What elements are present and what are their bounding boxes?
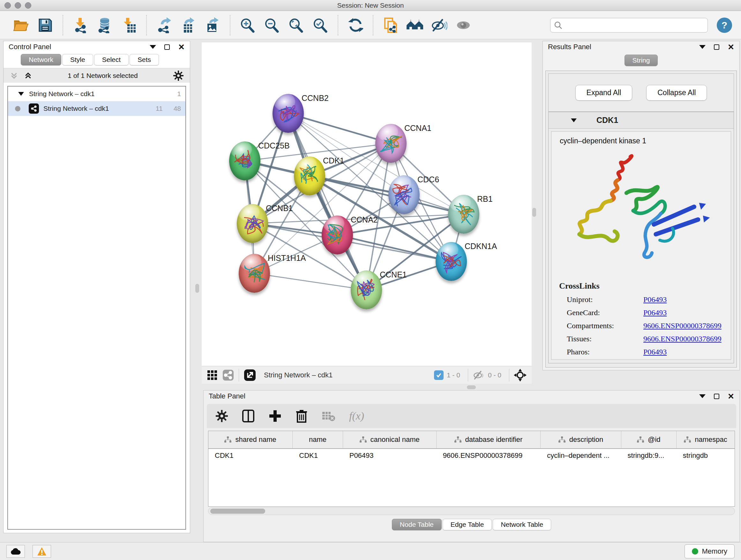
panel-menu-icon[interactable]	[699, 394, 705, 398]
tab-string[interactable]: String	[624, 55, 658, 66]
cloud-status-button[interactable]	[6, 545, 25, 558]
crosslink-link[interactable]: P06493	[643, 295, 667, 304]
expand-all-icon[interactable]	[24, 71, 32, 80]
splitter-handle[interactable]	[467, 385, 476, 389]
grid-view-icon[interactable]	[207, 370, 218, 381]
import-table-icon[interactable]	[120, 16, 138, 34]
network-collection-row[interactable]: String Network – cdk1 1	[8, 86, 185, 101]
close-panel-icon[interactable]: ✕	[728, 44, 734, 50]
node-result-header[interactable]: CDK1	[549, 112, 734, 129]
close-panel-icon[interactable]: ✕	[728, 393, 734, 399]
collapse-all-button[interactable]: Collapse All	[646, 85, 707, 101]
close-panel-icon[interactable]: ✕	[178, 44, 185, 50]
scrollbar-thumb[interactable]	[210, 509, 265, 514]
table-hscrollbar[interactable]	[208, 507, 735, 515]
column-header[interactable]: canonical name	[343, 431, 436, 448]
float-panel-icon[interactable]	[164, 44, 170, 50]
zoom-selected-icon[interactable]	[312, 16, 329, 34]
panel-menu-icon[interactable]	[150, 45, 156, 49]
gear-icon[interactable]	[173, 71, 184, 81]
function-builder-icon[interactable]: f(x)	[349, 410, 364, 422]
crosslink-link[interactable]: P06493	[643, 348, 667, 356]
import-network-icon[interactable]	[71, 16, 89, 34]
cell-database-identifier[interactable]: 9606.ENSP00000378699	[436, 449, 541, 463]
network-canvas[interactable]	[202, 43, 532, 366]
zoom-out-icon[interactable]	[263, 16, 281, 34]
column-header[interactable]: shared name	[208, 431, 293, 448]
network-node-CDC6[interactable]	[388, 175, 420, 214]
network-list-icon[interactable]	[222, 369, 234, 381]
disclosure-triangle-icon[interactable]	[18, 92, 24, 96]
hidden-eye-icon[interactable]	[473, 370, 485, 380]
node-table[interactable]: shared name name canonical name database…	[208, 431, 735, 507]
cell-canonical-name[interactable]: P06493	[343, 449, 436, 463]
network-node-CDKN1A[interactable]	[435, 242, 467, 281]
column-header[interactable]: description	[541, 431, 621, 448]
network-node-HIST1H1A[interactable]	[239, 254, 270, 293]
memory-button[interactable]: Memory	[684, 544, 735, 558]
tab-network[interactable]: Network	[21, 54, 61, 65]
help-button[interactable]: ?	[717, 17, 732, 33]
splitter-handle[interactable]	[195, 284, 199, 293]
network-row[interactable]: String Network – cdk1 11 48	[8, 101, 185, 116]
network-node-CCNE1[interactable]	[351, 270, 382, 309]
network-node-CDK1[interactable]	[294, 157, 325, 195]
column-header[interactable]: @id	[621, 431, 677, 448]
tab-node-table[interactable]: Node Table	[392, 519, 442, 530]
selected-checkbox-icon[interactable]	[434, 370, 444, 380]
tab-edge-table[interactable]: Edge Table	[443, 519, 492, 530]
network-node-RB1[interactable]	[448, 195, 479, 234]
table-settings-gear-icon[interactable]	[216, 410, 228, 422]
export-image-icon[interactable]	[204, 16, 221, 34]
network-node-CCNA1[interactable]	[375, 124, 407, 163]
network-node-CDC25B[interactable]	[229, 141, 260, 180]
cell-id[interactable]: stringdb:9...	[621, 449, 677, 463]
float-panel-icon[interactable]	[714, 44, 719, 50]
search-input[interactable]	[562, 21, 704, 29]
collapse-all-icon[interactable]	[10, 71, 18, 80]
tab-select[interactable]: Select	[94, 54, 129, 65]
cell-namespace[interactable]: stringdb	[677, 449, 735, 463]
delete-table-icon[interactable]	[322, 411, 335, 422]
crosslink-link[interactable]: 9606.ENSP00000378699	[643, 321, 722, 330]
zoom-fit-icon[interactable]	[287, 16, 305, 34]
disclosure-triangle-icon[interactable]	[571, 118, 577, 122]
cell-description[interactable]: cyclin–dependent ...	[541, 449, 621, 463]
tab-network-table[interactable]: Network Table	[493, 519, 551, 530]
column-header[interactable]: namespac	[677, 431, 735, 448]
network-node-CCNB2[interactable]	[273, 94, 304, 133]
cell-shared-name[interactable]: CDK1	[208, 449, 293, 463]
show-hidden-icon[interactable]	[455, 16, 472, 34]
global-search[interactable]	[550, 18, 708, 33]
hide-selected-icon[interactable]	[430, 16, 448, 34]
refresh-view-icon[interactable]	[347, 16, 364, 34]
column-header[interactable]: database identifier	[436, 431, 541, 448]
splitter-handle[interactable]	[532, 208, 536, 217]
export-table-icon[interactable]	[179, 16, 197, 34]
float-panel-icon[interactable]	[714, 394, 719, 399]
export-network-icon[interactable]	[155, 16, 173, 34]
network-node-CCNA2[interactable]	[322, 215, 353, 254]
clone-network-icon[interactable]	[382, 16, 400, 34]
open-session-icon[interactable]	[12, 16, 30, 34]
show-all-nodes-icon[interactable]	[406, 16, 424, 34]
show-columns-icon[interactable]	[242, 409, 255, 423]
delete-column-icon[interactable]	[295, 409, 308, 423]
expand-all-button[interactable]: Expand All	[576, 85, 632, 101]
column-header[interactable]: name	[293, 431, 343, 448]
save-session-icon[interactable]	[37, 16, 54, 34]
tab-sets[interactable]: Sets	[130, 54, 159, 65]
table-row[interactable]: CDK1 CDK1 P06493 9606.ENSP00000378699 cy…	[208, 449, 735, 463]
import-network-from-database-icon[interactable]	[96, 16, 114, 34]
panel-menu-icon[interactable]	[699, 45, 705, 49]
cell-name[interactable]: CDK1	[293, 449, 343, 463]
create-column-icon[interactable]	[269, 410, 281, 422]
zoom-in-icon[interactable]	[239, 16, 257, 34]
crosslink-link[interactable]: 9606.ENSP00000378699	[643, 334, 722, 343]
network-node-CCNB1[interactable]	[237, 204, 268, 243]
warnings-button[interactable]	[32, 545, 51, 558]
detach-view-icon[interactable]	[244, 369, 256, 381]
fit-selected-crosshair-icon[interactable]	[514, 369, 527, 381]
tab-style[interactable]: Style	[62, 54, 93, 65]
crosslink-link[interactable]: P06493	[643, 308, 667, 317]
